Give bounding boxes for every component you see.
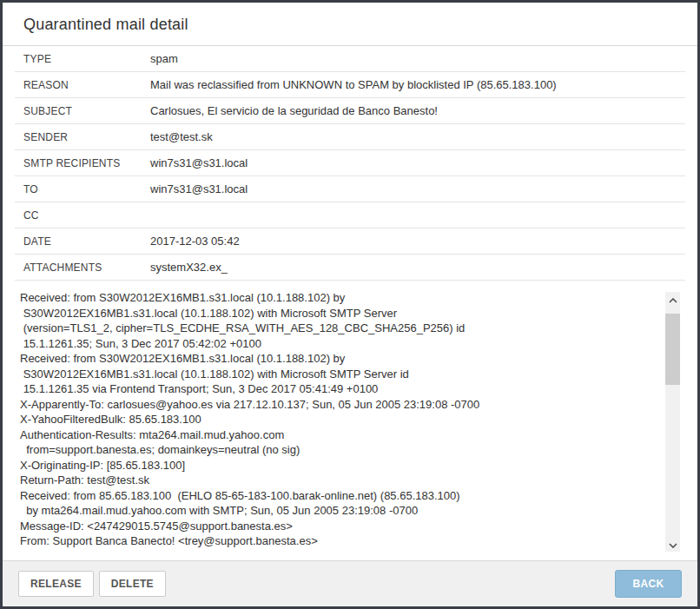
scroll-down-button[interactable]	[665, 537, 680, 552]
field-value: 2017-12-03 05:42	[150, 235, 240, 248]
field-label: DATE	[23, 235, 150, 248]
field-label: CC	[23, 209, 150, 222]
field-value: spam	[150, 52, 178, 65]
field-value: test@test.sk	[150, 130, 213, 143]
scrollbar-thumb[interactable]	[665, 314, 680, 385]
field-value: Mail was reclassified from UNKNOWN to SP…	[150, 78, 557, 91]
scroll-up-button[interactable]	[665, 292, 680, 307]
field-row-cc: CC	[15, 202, 685, 228]
field-label: TYPE	[23, 53, 150, 65]
release-button[interactable]: RELEASE	[18, 571, 94, 597]
scrollbar-track[interactable]	[665, 307, 680, 537]
dialog-footer: RELEASE DELETE BACK	[3, 560, 697, 606]
chevron-down-icon	[669, 538, 677, 551]
field-label: TO	[23, 183, 150, 195]
field-row-reason: REASON Mail was reclassified from UNKNOW…	[15, 72, 685, 98]
footer-left-buttons: RELEASE DELETE	[18, 571, 166, 597]
field-row-subject: SUBJECT Carlosues, El servicio de la seg…	[15, 98, 685, 124]
field-row-sender: SENDER test@test.sk	[15, 124, 685, 150]
field-label: SMTP RECIPIENTS	[23, 157, 150, 169]
mail-headers-panel: Received: from S30W2012EX16MB1.s31.local…	[15, 288, 680, 555]
field-row-smtp-recipients: SMTP RECIPIENTS win7s31@s31.local	[15, 150, 685, 176]
field-label: SENDER	[23, 131, 150, 143]
field-value: win7s31@s31.local	[150, 156, 248, 169]
quarantined-mail-detail-dialog: Quarantined mail detail TYPE spam REASON…	[0, 0, 700, 609]
field-value: Carlosues, El servicio de la seguridad d…	[150, 104, 438, 117]
scrollbar[interactable]	[665, 292, 680, 552]
mail-headers-text: Received: from S30W2012EX16MB1.s31.local…	[15, 288, 665, 555]
field-row-date: DATE 2017-12-03 05:42	[15, 228, 685, 255]
field-row-attachments: ATTACHMENTS systemX32.ex_	[15, 255, 685, 281]
page-title: Quarantined mail detail	[23, 16, 677, 34]
mail-detail-fields: TYPE spam REASON Mail was reclassified f…	[15, 46, 685, 281]
field-row-to: TO win7s31@s31.local	[15, 176, 685, 202]
field-label: SUBJECT	[23, 105, 150, 117]
field-label: ATTACHMENTS	[23, 261, 150, 274]
dialog-header: Quarantined mail detail	[3, 3, 697, 46]
delete-button[interactable]: DELETE	[99, 571, 166, 597]
field-value: win7s31@s31.local	[150, 182, 248, 195]
back-button[interactable]: BACK	[615, 570, 682, 598]
field-row-type: TYPE spam	[15, 46, 685, 72]
field-label: REASON	[23, 79, 150, 91]
chevron-up-icon	[669, 293, 677, 306]
field-value: systemX32.ex_	[150, 261, 228, 274]
